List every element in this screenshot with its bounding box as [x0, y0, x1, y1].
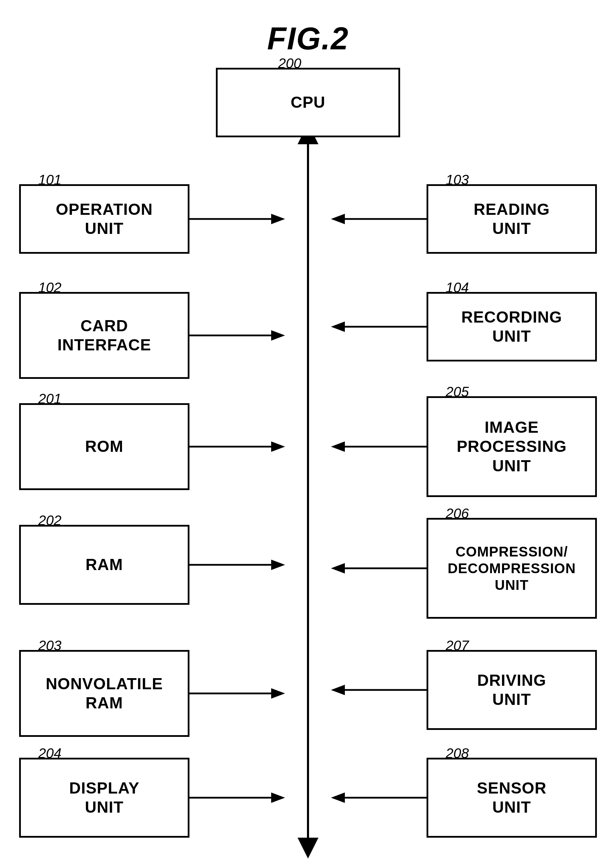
sensor-unit-ref: 208 [446, 746, 469, 761]
display-unit-block: DISPLAYUNIT [19, 758, 189, 838]
svg-marker-33 [271, 688, 285, 699]
cpu-label: CPU [291, 93, 325, 112]
display-unit-ref: 204 [38, 746, 61, 761]
nonvolatile-ram-label: NONVOLATILERAM [46, 674, 163, 713]
svg-marker-42 [331, 793, 345, 803]
operation-unit-block: OPERATIONUNIT [19, 184, 189, 254]
compression-unit-block: COMPRESSION/DECOMPRESSIONUNIT [427, 518, 597, 619]
compression-unit-ref: 206 [446, 506, 469, 521]
rom-label: ROM [85, 437, 123, 456]
svg-marker-27 [271, 560, 285, 570]
svg-marker-12 [331, 214, 345, 224]
svg-marker-39 [271, 793, 285, 803]
svg-marker-21 [271, 441, 285, 452]
operation-unit-label: OPERATIONUNIT [56, 200, 152, 238]
rom-block: ROM [19, 403, 189, 490]
reading-unit-block: READINGUNIT [427, 184, 597, 254]
compression-unit-label: COMPRESSION/DECOMPRESSIONUNIT [448, 543, 576, 594]
recording-unit-block: RECORDINGUNIT [427, 292, 597, 361]
svg-marker-36 [331, 685, 345, 695]
ram-ref: 202 [38, 513, 61, 528]
ram-block: RAM [19, 525, 189, 605]
image-processing-unit-label: IMAGEPROCESSINGUNIT [457, 418, 567, 476]
svg-marker-30 [331, 563, 345, 573]
driving-unit-ref: 207 [446, 638, 469, 653]
cpu-ref: 200 [278, 56, 302, 71]
reading-unit-label: READINGUNIT [473, 200, 550, 238]
svg-marker-24 [331, 441, 345, 452]
sensor-unit-block: SENSORUNIT [427, 758, 597, 838]
ram-label: RAM [85, 555, 123, 574]
image-processing-unit-block: IMAGEPROCESSINGUNIT [427, 396, 597, 497]
svg-marker-6 [298, 838, 318, 859]
card-interface-label: CARDINTERFACE [57, 316, 151, 355]
sensor-unit-label: SENSORUNIT [477, 779, 547, 817]
recording-unit-ref: 104 [446, 280, 469, 295]
rom-ref: 201 [38, 391, 61, 407]
svg-marker-18 [331, 322, 345, 332]
svg-marker-9 [271, 214, 285, 224]
nonvolatile-ram-block: NONVOLATILERAM [19, 650, 189, 737]
card-interface-ref: 102 [38, 280, 61, 295]
driving-unit-label: DRIVINGUNIT [477, 671, 547, 709]
nonvolatile-ram-ref: 203 [38, 638, 61, 653]
card-interface-block: CARDINTERFACE [19, 292, 189, 379]
operation-unit-ref: 101 [38, 172, 61, 188]
svg-marker-15 [271, 330, 285, 341]
display-unit-label: DISPLAYUNIT [69, 779, 140, 817]
cpu-block: CPU [216, 68, 400, 137]
diagram-container: FIG.2 [0, 0, 616, 862]
driving-unit-block: DRIVINGUNIT [427, 650, 597, 730]
image-processing-unit-ref: 205 [446, 384, 469, 400]
recording-unit-label: RECORDINGUNIT [461, 308, 562, 346]
reading-unit-ref: 103 [446, 172, 469, 188]
